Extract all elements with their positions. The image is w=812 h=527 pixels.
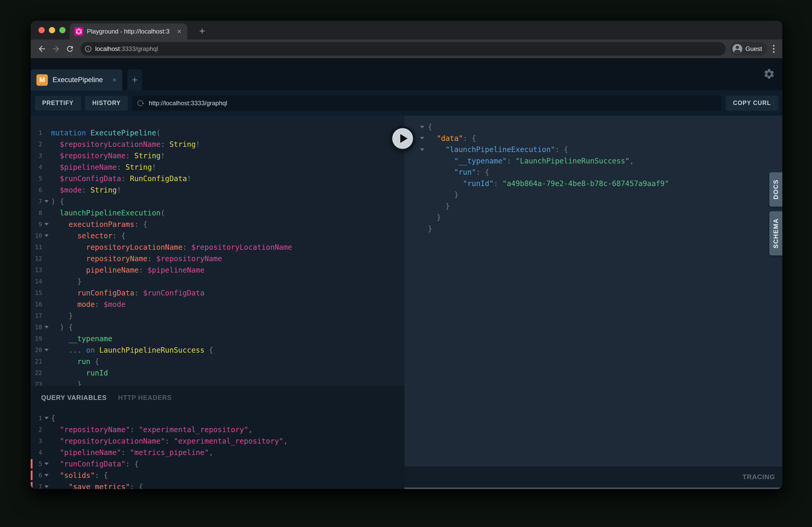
line-number: 9: [31, 221, 42, 228]
line-number: 11: [31, 244, 42, 251]
line-number: 12: [31, 255, 42, 262]
code-line: 6 $mode: String!: [31, 184, 404, 196]
browser-tab-title: Playground - http://localhost:3: [87, 28, 172, 35]
site-info-icon[interactable]: [84, 45, 92, 53]
code-line: 18 ) {: [31, 321, 404, 333]
line-number: 15: [31, 289, 42, 296]
zoom-window-button[interactable]: [59, 27, 66, 33]
code-line: }: [404, 223, 782, 235]
back-icon[interactable]: [36, 43, 48, 55]
playground-header: M ExecutePipeline × +: [31, 58, 782, 90]
url-host: localhost: [95, 45, 120, 52]
fold-caret-icon[interactable]: [420, 126, 424, 129]
profile-name: Guest: [745, 45, 762, 52]
fold-caret-icon[interactable]: [44, 485, 49, 488]
line-number: 21: [31, 358, 42, 365]
line-number: 5: [31, 461, 42, 467]
line-number: 22: [31, 370, 42, 376]
playground-toolbar: PRETTIFY HISTORY http://localhost:3333/g…: [31, 90, 782, 116]
history-button[interactable]: HISTORY: [85, 96, 128, 111]
docs-side-tab[interactable]: DOCS: [769, 172, 782, 207]
code-line: 17 }: [31, 310, 404, 321]
tab-query-variables[interactable]: QUERY VARIABLES: [41, 394, 107, 402]
response-viewer: { "data": { "launchPipelineExecution": {…: [404, 116, 782, 235]
line-number: 3: [31, 152, 42, 159]
variables-header: QUERY VARIABLES HTTP HEADERS: [31, 386, 404, 406]
code-line: 13 pipelineName: $pipelineName: [31, 264, 404, 276]
code-line: 4 "pipelineName": "metrics_pipeline",: [31, 447, 404, 458]
profile-button[interactable]: Guest: [730, 42, 767, 56]
line-number: 18: [31, 324, 42, 331]
copy-curl-button[interactable]: COPY CURL: [726, 96, 778, 111]
line-number: 23: [31, 381, 42, 386]
line-number: 4: [31, 449, 42, 456]
editor-split: 1mutation ExecutePipeline(2 $repositoryL…: [31, 116, 782, 489]
session-tab-title: ExecutePipeline: [53, 76, 108, 84]
settings-gear-icon[interactable]: [763, 68, 775, 81]
code-line: 7) {: [31, 196, 404, 207]
fold-caret-icon[interactable]: [44, 463, 49, 465]
tracing-toggle[interactable]: TRACING: [742, 473, 775, 481]
fold-caret-icon[interactable]: [44, 326, 49, 329]
endpoint-input[interactable]: http://localhost:3333/graphql: [132, 96, 722, 111]
line-number: 10: [31, 232, 42, 239]
code-line: 21 run {: [31, 356, 404, 367]
graphql-playground: M ExecutePipeline × + PRETTIFY HISTORY h…: [31, 58, 782, 489]
code-line: 8 launchPipelineExecution(: [31, 207, 404, 219]
code-line: }: [404, 189, 782, 201]
bottom-edge: [404, 487, 782, 489]
docs-label: DOCS: [772, 179, 780, 199]
line-number: 1: [31, 415, 42, 421]
fold-caret-icon[interactable]: [44, 235, 49, 237]
fold-caret-icon[interactable]: [44, 417, 49, 419]
line-number: 7: [31, 198, 42, 205]
minimize-window-button[interactable]: [49, 27, 55, 33]
code-line: 20 ... on LaunchPipelineRunSuccess {: [31, 344, 404, 356]
session-tab-executepipeline[interactable]: M ExecutePipeline ×: [31, 70, 122, 90]
fold-caret-icon[interactable]: [44, 223, 49, 226]
new-session-button[interactable]: +: [128, 70, 142, 90]
query-editor[interactable]: 1mutation ExecutePipeline(2 $repositoryL…: [31, 116, 404, 386]
close-window-button[interactable]: [39, 27, 45, 33]
mutation-badge: M: [37, 74, 48, 86]
code-line: 1mutation ExecutePipeline(: [31, 127, 404, 138]
execute-button[interactable]: [390, 126, 415, 151]
line-number: 19: [31, 335, 42, 342]
line-number: 6: [31, 472, 42, 479]
schema-side-tab[interactable]: SCHEMA: [769, 211, 782, 255]
line-number: 8: [31, 209, 42, 216]
fold-caret-icon[interactable]: [420, 148, 424, 151]
response-pane: { "data": { "launchPipelineExecution": {…: [404, 116, 782, 489]
address-bar[interactable]: localhost:3333/graphql: [81, 42, 726, 56]
line-number: 3: [31, 438, 42, 445]
graphql-favicon-icon: [74, 27, 83, 36]
code-line: 9 executionParams: {: [31, 219, 404, 230]
line-number: 14: [31, 278, 42, 285]
play-icon: [400, 134, 408, 143]
prettify-button[interactable]: PRETTIFY: [35, 96, 81, 111]
variables-editor[interactable]: 1{2 "repositoryName": "experimental_repo…: [31, 406, 404, 489]
code-line: {: [404, 121, 782, 133]
reload-icon[interactable]: [64, 43, 76, 55]
code-line: 14 }: [31, 276, 404, 287]
fold-caret-icon[interactable]: [420, 137, 424, 139]
tab-http-headers[interactable]: HTTP HEADERS: [118, 394, 172, 402]
variables-section: QUERY VARIABLES HTTP HEADERS 1{2 "reposi…: [31, 386, 404, 489]
code-line: 12 repositoryName: $repositoryName: [31, 253, 404, 264]
browser-tab[interactable]: Playground - http://localhost:3 ×: [70, 24, 187, 40]
tracing-bar: TRACING: [404, 466, 782, 487]
line-number: 2: [31, 426, 42, 433]
fold-caret-icon[interactable]: [44, 474, 49, 477]
fold-caret-icon[interactable]: [44, 200, 49, 203]
fold-caret-icon[interactable]: [44, 349, 49, 351]
session-tab-close-icon[interactable]: ×: [112, 76, 117, 84]
browser-menu-icon[interactable]: [773, 45, 774, 53]
line-number: 1: [31, 130, 42, 136]
code-line: 11 repositoryLocationName: $repositoryLo…: [31, 241, 404, 253]
code-line: 3 $repositoryName: String!: [31, 150, 404, 161]
forward-icon[interactable]: [50, 43, 62, 55]
url-path: :3333/graphql: [120, 45, 158, 52]
avatar-icon: [733, 44, 742, 54]
browser-tab-close-icon[interactable]: ×: [176, 28, 183, 35]
new-tab-button[interactable]: +: [196, 25, 208, 37]
